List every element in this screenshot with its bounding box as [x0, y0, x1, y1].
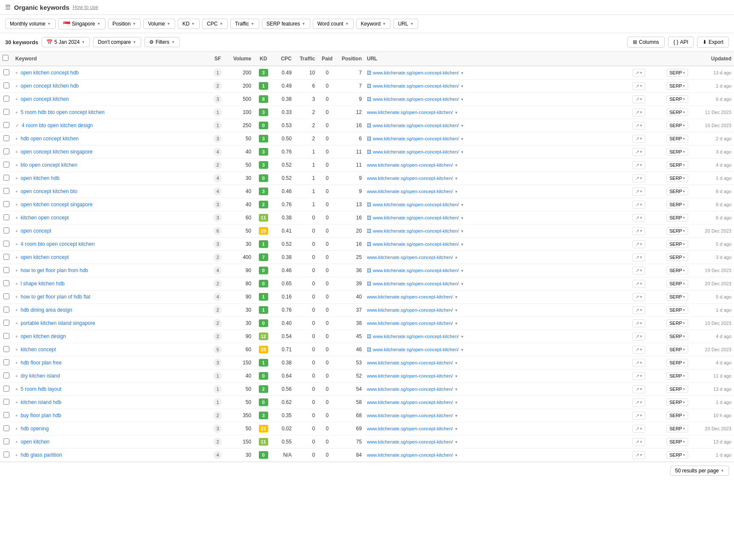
expand-button[interactable]: + — [15, 110, 19, 115]
keyword-link[interactable]: 4 room bto open concept kitchen — [20, 241, 94, 247]
url-dropdown-icon[interactable]: ▾ — [461, 281, 463, 286]
trend-button[interactable]: ↗ ▾ — [632, 293, 645, 301]
monthly-volume-filter[interactable]: Monthly volume ▼ — [5, 19, 56, 29]
serp-button[interactable]: SERP ▾ — [666, 174, 688, 182]
row-checkbox[interactable] — [3, 438, 9, 444]
url-link[interactable]: www.kitchenate.sg/open-concept-kitchen/ — [367, 360, 453, 365]
expand-button[interactable]: + — [15, 215, 19, 220]
expand-button[interactable]: + — [15, 228, 19, 233]
col-header-updated[interactable]: Updated — [694, 51, 734, 66]
keyword-link[interactable]: hdb floor plan free — [20, 360, 62, 366]
url-link[interactable]: www.kitchenate.sg/open-concept-kitchen/ — [373, 136, 459, 141]
trend-button[interactable]: ↗ ▾ — [632, 148, 645, 156]
url-dropdown-icon[interactable]: ▾ — [455, 189, 457, 194]
serp-button[interactable]: SERP ▾ — [666, 227, 688, 235]
keyword-link[interactable]: 5 room hdb bto open concept kitchen — [20, 109, 104, 115]
api-button[interactable]: { } API — [668, 37, 694, 48]
url-link[interactable]: www.kitchenate.sg/open-concept-kitchen/ — [367, 176, 453, 181]
traffic-filter[interactable]: Traffic ▼ — [230, 19, 259, 29]
help-link[interactable]: How to use — [73, 4, 98, 10]
url-dropdown-icon[interactable]: ▾ — [461, 71, 463, 75]
serp-button[interactable]: SERP ▾ — [666, 82, 688, 90]
serp-button[interactable]: SERP ▾ — [666, 319, 688, 327]
row-checkbox[interactable] — [3, 307, 9, 313]
serp-button[interactable]: SERP ▾ — [666, 372, 688, 380]
expand-button[interactable]: + — [15, 149, 19, 154]
col-header-position[interactable]: Position — [337, 51, 364, 66]
expand-button[interactable]: + — [15, 189, 19, 194]
url-dropdown-icon[interactable]: ▾ — [455, 374, 457, 378]
trend-button[interactable]: ↗ ▾ — [632, 214, 645, 222]
trend-button[interactable]: ↗ ▾ — [632, 385, 645, 393]
url-dropdown-icon[interactable]: ▾ — [461, 347, 463, 352]
keyword-link[interactable]: hdb glass partition — [20, 452, 62, 458]
keyword-link[interactable]: buy floor plan hdb — [20, 412, 61, 418]
keyword-filter[interactable]: Keyword ▼ — [356, 19, 391, 29]
row-checkbox[interactable] — [3, 122, 9, 128]
serp-button[interactable]: SERP ▾ — [666, 451, 688, 459]
hamburger-icon[interactable]: ☰ — [5, 3, 11, 11]
url-filter[interactable]: URL ▼ — [393, 19, 418, 29]
trend-button[interactable]: ↗ ▾ — [632, 267, 645, 275]
url-dropdown-icon[interactable]: ▾ — [455, 387, 457, 392]
url-link[interactable]: www.kitchenate.sg/open-concept-kitchen/ — [373, 242, 459, 247]
url-dropdown-icon[interactable]: ▾ — [455, 163, 457, 168]
row-checkbox[interactable] — [3, 452, 9, 458]
keyword-link[interactable]: hdb opening — [20, 426, 48, 432]
row-checkbox[interactable] — [3, 254, 9, 260]
serp-button[interactable]: SERP ▾ — [666, 359, 688, 367]
row-checkbox[interactable] — [3, 320, 9, 326]
trend-button[interactable]: ↗ ▾ — [632, 438, 645, 446]
url-link[interactable]: www.kitchenate.sg/open-concept-kitchen/ — [373, 97, 459, 102]
row-checkbox[interactable] — [3, 201, 9, 207]
expand-button[interactable]: + — [15, 162, 19, 168]
row-checkbox[interactable] — [3, 333, 9, 339]
serp-button[interactable]: SERP ▾ — [666, 161, 688, 169]
trend-button[interactable]: ↗ ▾ — [632, 280, 645, 288]
url-dropdown-icon[interactable]: ▾ — [461, 268, 463, 273]
cpc-filter[interactable]: CPC ▼ — [202, 19, 228, 29]
columns-button[interactable]: ⊞ Columns — [627, 37, 664, 48]
url-link[interactable]: www.kitchenate.sg/open-concept-kitchen/ — [367, 255, 453, 260]
keyword-link[interactable]: how to get floor plan from hdb — [20, 267, 88, 273]
serp-button[interactable]: SERP ▾ — [666, 148, 688, 156]
date-button[interactable]: 📅 5 Jan 2024 ▼ — [42, 37, 90, 47]
expand-button[interactable]: + — [15, 70, 19, 75]
expand-button[interactable]: + — [15, 268, 19, 273]
serp-button[interactable]: SERP ▾ — [666, 240, 688, 248]
serp-button[interactable]: SERP ▾ — [666, 438, 688, 446]
serp-button[interactable]: SERP ▾ — [666, 398, 688, 406]
serp-button[interactable]: SERP ▾ — [666, 425, 688, 432]
url-dropdown-icon[interactable]: ▾ — [461, 123, 463, 128]
expand-button[interactable]: + — [15, 242, 19, 247]
row-checkbox[interactable] — [3, 188, 9, 194]
row-checkbox[interactable] — [3, 346, 9, 352]
serp-button[interactable]: SERP ▾ — [666, 95, 688, 103]
row-checkbox[interactable] — [3, 280, 9, 286]
url-dropdown-icon[interactable]: ▾ — [461, 150, 463, 154]
trend-button[interactable]: ↗ ▾ — [632, 319, 645, 327]
url-dropdown-icon[interactable]: ▾ — [461, 97, 463, 102]
url-dropdown-icon[interactable]: ▾ — [461, 202, 463, 207]
url-link[interactable]: www.kitchenate.sg/open-concept-kitchen/ — [367, 110, 453, 115]
url-dropdown-icon[interactable]: ▾ — [455, 255, 457, 260]
serp-button[interactable]: SERP ▾ — [666, 188, 688, 195]
url-dropdown-icon[interactable]: ▾ — [461, 84, 463, 88]
col-header-sf[interactable]: SF — [209, 51, 226, 66]
keyword-link[interactable]: dry kitchen island — [20, 373, 60, 379]
trend-button[interactable]: ↗ ▾ — [632, 188, 645, 196]
trend-button[interactable]: ↗ ▾ — [632, 372, 645, 380]
keyword-link[interactable]: hdb dining area design — [20, 307, 72, 313]
keyword-link[interactable]: kitchen island hdb — [20, 399, 61, 405]
row-checkbox[interactable] — [3, 267, 9, 273]
url-link[interactable]: www.kitchenate.sg/open-concept-kitchen/ — [373, 70, 459, 75]
url-dropdown-icon[interactable]: ▾ — [455, 440, 457, 444]
url-link[interactable]: www.kitchenate.sg/open-concept-kitchen/ — [373, 202, 459, 207]
keyword-link[interactable]: 5 room hdb layout — [20, 386, 61, 392]
row-checkbox[interactable] — [3, 109, 9, 115]
trend-button[interactable]: ↗ ▾ — [632, 333, 645, 341]
serp-button[interactable]: SERP ▾ — [666, 253, 688, 261]
kd-filter[interactable]: KD ▼ — [178, 19, 200, 29]
trend-button[interactable]: ↗ ▾ — [632, 135, 645, 143]
keyword-link[interactable]: kitchen concept — [20, 347, 56, 352]
